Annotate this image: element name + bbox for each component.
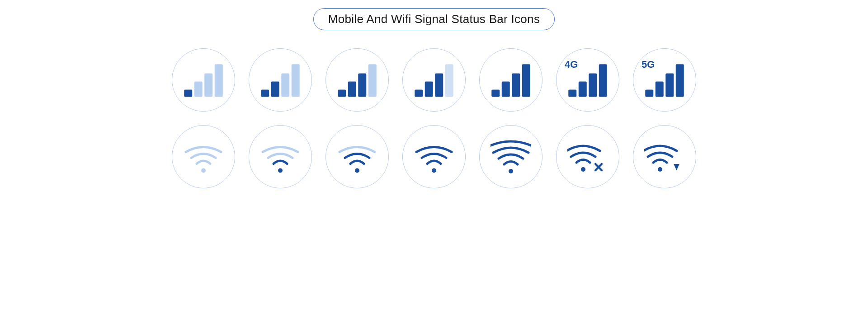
svg-rect-21 xyxy=(579,81,587,97)
page-title: Mobile And Wifi Signal Status Bar Icons xyxy=(328,12,540,26)
signal-2bar-icon xyxy=(249,48,312,112)
svg-rect-15 xyxy=(445,64,453,97)
svg-rect-12 xyxy=(415,89,423,97)
svg-rect-7 xyxy=(292,64,300,97)
svg-rect-20 xyxy=(568,89,576,97)
wifi-x-svg xyxy=(567,139,608,175)
svg-rect-22 xyxy=(589,73,597,97)
svg-rect-6 xyxy=(281,73,289,97)
svg-rect-23 xyxy=(599,64,607,97)
svg-rect-5 xyxy=(271,81,279,97)
signal-4bar-svg xyxy=(491,62,531,98)
signal-2bar-svg xyxy=(260,62,301,98)
wifi-0-svg xyxy=(183,139,224,175)
signal-row: 4G 5G xyxy=(172,48,696,112)
signal-1bar-svg xyxy=(183,62,224,98)
wifi-2-svg xyxy=(337,139,377,175)
svg-point-28 xyxy=(201,168,206,173)
svg-point-32 xyxy=(509,169,513,173)
signal-4bar-icon xyxy=(479,48,542,112)
wifi-3-icon xyxy=(402,125,466,188)
svg-point-33 xyxy=(581,167,585,172)
svg-rect-18 xyxy=(512,73,520,97)
5g-label: 5G xyxy=(642,59,655,70)
wifi-down-icon xyxy=(633,125,696,188)
signal-3bar-alt-icon xyxy=(402,48,466,112)
svg-rect-13 xyxy=(425,81,433,97)
signal-5g-icon: 5G xyxy=(633,48,696,112)
svg-rect-16 xyxy=(491,89,500,97)
wifi-0-icon xyxy=(172,125,235,188)
svg-marker-37 xyxy=(674,164,679,170)
svg-rect-14 xyxy=(435,73,443,97)
svg-rect-17 xyxy=(502,81,510,97)
svg-rect-27 xyxy=(676,64,684,97)
wifi-down-svg xyxy=(644,139,685,175)
svg-rect-4 xyxy=(261,89,269,97)
svg-rect-3 xyxy=(215,64,223,97)
wifi-1-icon xyxy=(249,125,312,188)
signal-3bar-alt-svg xyxy=(414,62,454,98)
svg-rect-19 xyxy=(522,64,530,97)
wifi-4-svg xyxy=(491,139,531,175)
svg-point-30 xyxy=(355,168,359,173)
wifi-x-icon xyxy=(556,125,619,188)
svg-rect-1 xyxy=(194,81,203,97)
signal-1bar-icon xyxy=(172,48,235,112)
wifi-row xyxy=(172,125,696,188)
svg-rect-26 xyxy=(665,73,674,97)
svg-rect-8 xyxy=(338,89,346,97)
svg-rect-11 xyxy=(368,64,377,97)
4g-label: 4G xyxy=(565,59,578,70)
signal-3bar-svg xyxy=(337,62,377,98)
svg-rect-10 xyxy=(358,73,366,97)
wifi-2-icon xyxy=(326,125,389,188)
svg-rect-24 xyxy=(645,89,653,97)
wifi-4-icon xyxy=(479,125,542,188)
svg-rect-0 xyxy=(184,89,192,97)
svg-point-36 xyxy=(658,167,662,172)
title-container: Mobile And Wifi Signal Status Bar Icons xyxy=(313,8,555,30)
svg-point-31 xyxy=(432,168,436,173)
svg-rect-9 xyxy=(348,81,356,97)
svg-rect-2 xyxy=(204,73,212,97)
signal-3bar-icon xyxy=(326,48,389,112)
wifi-1-svg xyxy=(260,139,301,175)
signal-4g-icon: 4G xyxy=(556,48,619,112)
svg-point-29 xyxy=(278,168,283,173)
svg-rect-25 xyxy=(656,81,664,97)
wifi-3-svg xyxy=(414,139,454,175)
icons-wrapper: 4G 5G xyxy=(172,48,696,188)
